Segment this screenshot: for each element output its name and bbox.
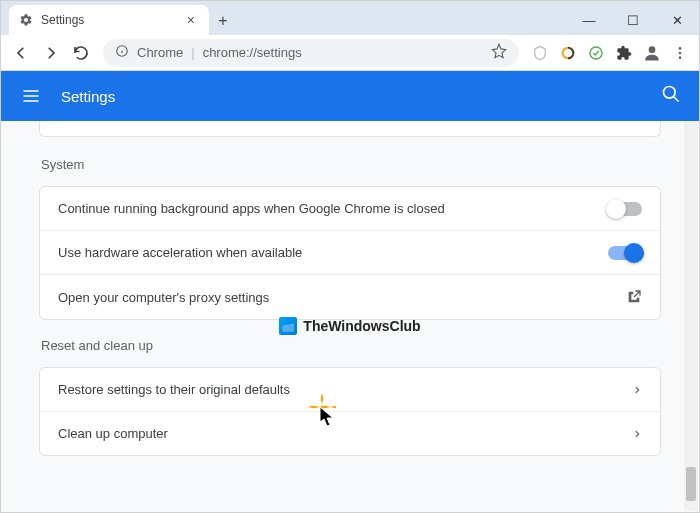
section-title-system: System (41, 157, 661, 172)
reload-button[interactable] (67, 39, 95, 67)
row-label: Restore settings to their original defau… (58, 382, 632, 397)
scrollbar-thumb[interactable] (686, 467, 696, 501)
maximize-button[interactable]: ☐ (611, 5, 655, 35)
gear-icon (19, 13, 33, 27)
minimize-button[interactable]: — (567, 5, 611, 35)
url-text: chrome://settings (203, 45, 302, 60)
extensions-puzzle-icon[interactable] (611, 40, 637, 66)
row-restore-defaults[interactable]: Restore settings to their original defau… (40, 368, 660, 412)
close-window-button[interactable]: ✕ (655, 5, 699, 35)
reset-card: Restore settings to their original defau… (39, 367, 661, 456)
svg-point-5 (679, 51, 682, 54)
forward-button[interactable] (37, 39, 65, 67)
row-label: Use hardware acceleration when available (58, 245, 608, 260)
chevron-right-icon (632, 385, 642, 395)
row-hardware-acceleration[interactable]: Use hardware acceleration when available (40, 231, 660, 275)
address-bar[interactable]: Chrome | chrome://settings (103, 39, 519, 67)
bookmark-star-icon[interactable] (491, 43, 507, 62)
row-label: Clean up computer (58, 426, 632, 441)
settings-content: System Continue running background apps … (1, 121, 699, 512)
profile-avatar-icon[interactable] (639, 40, 665, 66)
extension-circle-icon[interactable] (555, 40, 581, 66)
row-label: Open your computer's proxy settings (58, 290, 626, 305)
url-separator: | (191, 45, 194, 60)
toggle-on[interactable] (608, 246, 642, 260)
row-background-apps[interactable]: Continue running background apps when Go… (40, 187, 660, 231)
svg-point-7 (664, 87, 676, 99)
row-label: Continue running background apps when Go… (58, 201, 608, 216)
extension-check-icon[interactable] (583, 40, 609, 66)
svg-point-4 (679, 47, 682, 50)
svg-point-3 (649, 46, 656, 53)
chevron-right-icon (632, 429, 642, 439)
extension-shield-icon[interactable] (527, 40, 553, 66)
row-proxy-settings[interactable]: Open your computer's proxy settings (40, 275, 660, 319)
browser-toolbar: Chrome | chrome://settings (1, 35, 699, 71)
toggle-off[interactable] (608, 202, 642, 216)
search-icon[interactable] (661, 84, 681, 108)
menu-dots-icon[interactable] (667, 40, 693, 66)
previous-card-edge (39, 121, 661, 137)
open-external-icon[interactable] (626, 289, 642, 305)
window-controls: — ☐ ✕ (567, 5, 699, 35)
browser-tab[interactable]: Settings × (9, 5, 209, 35)
row-cleanup-computer[interactable]: Clean up computer (40, 412, 660, 455)
settings-title: Settings (61, 88, 115, 105)
window-titlebar: Settings × + — ☐ ✕ (1, 1, 699, 35)
svg-point-2 (590, 47, 602, 59)
tab-title: Settings (41, 13, 183, 27)
section-title-reset: Reset and clean up (41, 338, 661, 353)
svg-point-6 (679, 56, 682, 59)
settings-header: Settings (1, 71, 699, 121)
scrollbar-track[interactable] (684, 121, 698, 511)
system-card: Continue running background apps when Go… (39, 186, 661, 320)
back-button[interactable] (7, 39, 35, 67)
close-icon[interactable]: × (183, 12, 199, 28)
url-context: Chrome (137, 45, 183, 60)
hamburger-menu-icon[interactable] (19, 84, 43, 108)
site-info-icon[interactable] (115, 44, 129, 61)
new-tab-button[interactable]: + (209, 7, 237, 35)
